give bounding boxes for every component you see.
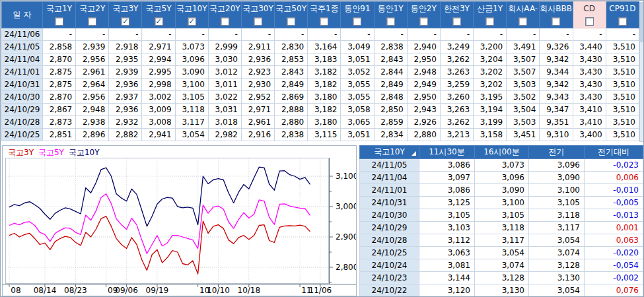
change-cell: -0,023	[585, 159, 643, 172]
table-row[interactable]: 24/11/012,8752,9612,9392,9953,0903,0122,…	[2, 66, 639, 79]
table-row[interactable]: 24/11/042,8702,9562,9352,9943,0963,0302,…	[2, 53, 639, 66]
table-row[interactable]: 24/10/293,1033,1183,1170,001	[360, 222, 643, 234]
table-row[interactable]: 24/10/313,1253,1003,105-0,005	[360, 197, 643, 209]
table-row[interactable]: 24/10/233,1443,1283,130-0,002	[360, 272, 643, 284]
table-row[interactable]: 24/10/252,8512,8962,8822,9413,0542,9822,…	[2, 129, 639, 141]
column-label: CP91D	[606, 3, 639, 15]
scrollbar-thumb[interactable]	[640, 3, 643, 42]
table-row[interactable]: 24/10/243,0813,0743,128-0,054	[360, 259, 643, 272]
value-cell: -	[341, 28, 374, 41]
column-checkbox-국고1Y[interactable]	[55, 17, 63, 26]
value-cell: 2,943	[407, 104, 440, 116]
intraday-column-header-1[interactable]: 국고10Y	[360, 146, 419, 159]
column-checkbox-CP91D[interactable]	[618, 17, 627, 26]
date-cell: 24/10/29	[2, 104, 43, 116]
column-header-국고30Y: 국고30Y	[241, 2, 274, 28]
column-checkbox-CD[interactable]	[585, 17, 594, 26]
series-line-ktb-5y	[9, 194, 310, 254]
value-cell: 2,952	[241, 91, 274, 104]
value-cell: 3,451	[507, 129, 540, 141]
change-cell: -0,010	[585, 184, 643, 197]
value-cell: 3,504	[507, 104, 540, 116]
svg-text:08/14: 08/14	[34, 286, 57, 295]
value-cell: 3,100	[529, 184, 585, 197]
value-cell: 3,262	[440, 53, 473, 66]
value-cell: 2,949	[407, 79, 440, 91]
column-checkbox-회사BBB-[interactable]	[552, 17, 560, 26]
table-row[interactable]: 24/11/013,0863,0903,100-0,010	[360, 184, 643, 197]
column-checkbox-국고30Y[interactable]	[254, 17, 262, 26]
column-checkbox-국고10Y[interactable]: ✓	[188, 17, 196, 26]
intraday-column-label: 전기	[549, 147, 565, 156]
value-cell: 3,120	[419, 284, 475, 297]
column-checkbox-통안1Y[interactable]	[386, 17, 395, 26]
value-cell: 2,948	[76, 104, 109, 116]
table-row[interactable]: 24/10/312,8752,9642,9362,9983,1003,0112,…	[2, 79, 639, 91]
value-cell: 3,103	[419, 222, 475, 234]
table-row[interactable]: 24/10/282,8732,9382,9323,0083,1173,0182,…	[2, 116, 639, 129]
column-checkbox-통안2Y[interactable]	[419, 17, 428, 26]
table-row[interactable]: 24/10/223,1203,1303,0540,076	[360, 284, 643, 297]
value-cell: 3,195	[474, 91, 507, 104]
column-checkbox-국고20Y[interactable]	[221, 17, 229, 26]
column-checkbox-통안91[interactable]	[353, 17, 361, 26]
column-checkbox-산금1Y[interactable]	[485, 17, 494, 26]
table-row[interactable]: 24/11/06------------------	[2, 28, 639, 41]
value-cell: -	[241, 28, 274, 41]
change-cell: -0,020	[585, 247, 643, 259]
value-cell: 2,956	[76, 53, 109, 66]
value-cell: 3,182	[308, 79, 341, 91]
column-checkbox-한전3Y[interactable]	[452, 17, 461, 26]
value-cell: 3,400	[573, 129, 606, 141]
value-cell: 2,971	[142, 41, 175, 53]
column-checkbox-국고3Y[interactable]: ✓	[121, 17, 129, 26]
value-cell: -	[440, 28, 473, 41]
value-cell: 3,510	[606, 116, 639, 129]
change-cell: -0,013	[585, 209, 643, 222]
value-cell: -	[175, 28, 208, 41]
value-cell: 2,936	[109, 104, 142, 116]
table-row[interactable]: 24/10/303,1053,1053,118-0,013	[360, 209, 643, 222]
column-label: CD	[573, 3, 606, 15]
column-header-국고3Y: 국고3Y✓	[109, 2, 142, 28]
value-cell: -	[275, 28, 308, 41]
table-row[interactable]: 24/10/283,1123,1173,0540,063	[360, 234, 643, 247]
value-cell: 2,995	[142, 66, 175, 79]
column-checkbox-국고50Y[interactable]	[287, 17, 295, 26]
value-cell: 2,961	[241, 116, 274, 129]
value-cell: 2,870	[43, 91, 76, 104]
date-cell: 24/11/01	[2, 66, 43, 79]
column-header-국고10Y: 국고10Y✓	[175, 2, 208, 28]
table-row[interactable]: 24/10/302,8702,9562,9373,0023,1053,0222,…	[2, 91, 639, 104]
column-header-국주1종: 국주1종	[308, 2, 341, 28]
value-cell: 2,956	[76, 91, 109, 104]
value-cell: -	[142, 28, 175, 41]
value-cell: 3,096	[529, 159, 585, 172]
column-checkbox-국고2Y[interactable]	[88, 17, 96, 26]
value-cell: 3,491	[507, 41, 540, 53]
chart-legend: 국고3Y국고5Y국고10Y	[8, 147, 104, 158]
value-cell: 3,510	[606, 41, 639, 53]
date-cell: 24/10/25	[2, 129, 43, 141]
value-cell: 2,844	[374, 66, 407, 79]
value-cell: 3,249	[440, 41, 473, 53]
value-cell: 3,430	[573, 53, 606, 66]
value-cell: 3,031	[208, 104, 241, 116]
table-row[interactable]: 24/10/253,0633,0543,074-0,020	[360, 247, 643, 259]
date-cell: 24/10/25	[360, 247, 419, 259]
value-cell: -	[76, 28, 109, 41]
value-cell: 2,950	[407, 91, 440, 104]
value-cell: 3,055	[341, 91, 374, 104]
value-cell: 3,008	[142, 116, 175, 129]
svg-text:08/23: 08/23	[64, 286, 87, 295]
table-row[interactable]: 24/11/053,0863,0733,096-0,023	[360, 159, 643, 172]
table-row[interactable]: 24/11/043,0973,0963,0900,006	[360, 172, 643, 184]
table-row[interactable]: 24/11/052,8582,9392,9182,9713,0732,9992,…	[2, 41, 639, 53]
column-checkbox-회사AA-[interactable]	[519, 17, 527, 26]
scrollbar-vertical[interactable]	[639, 2, 644, 142]
column-header-국고5Y: 국고5Y✓	[142, 2, 175, 28]
value-cell: 2,999	[208, 41, 241, 53]
table-row[interactable]: 24/10/292,8672,9482,9363,0093,1183,0312,…	[2, 104, 639, 116]
column-checkbox-국주1종[interactable]	[320, 17, 328, 26]
column-checkbox-국고5Y[interactable]: ✓	[155, 17, 163, 26]
